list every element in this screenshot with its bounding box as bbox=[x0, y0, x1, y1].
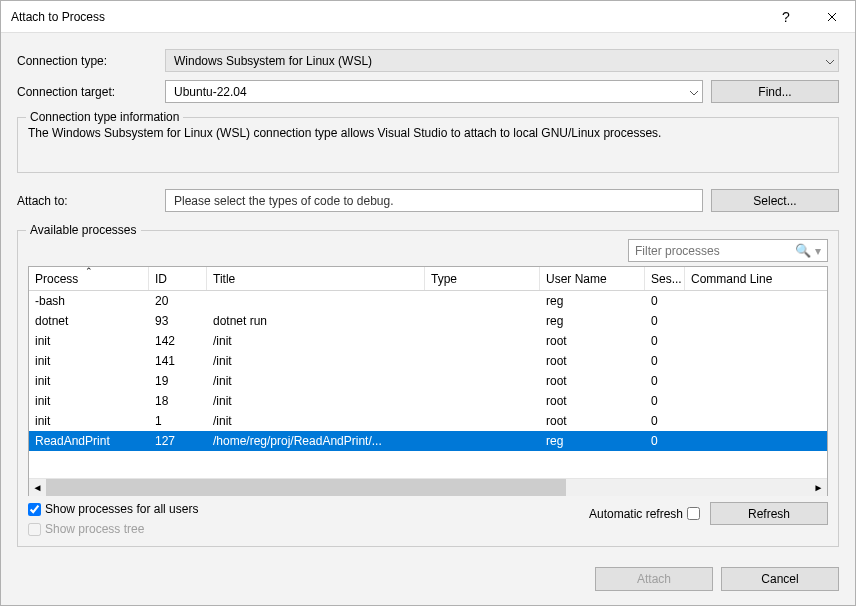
process-table: Process ⌃ ID Title Type User Name Ses...… bbox=[28, 266, 828, 496]
connection-type-combo[interactable]: Windows Subsystem for Linux (WSL) bbox=[165, 49, 839, 72]
connection-type-value: Windows Subsystem for Linux (WSL) bbox=[174, 54, 372, 68]
available-processes-legend: Available processes bbox=[26, 223, 141, 237]
table-row[interactable]: dotnet93dotnet runreg0 bbox=[29, 311, 827, 331]
table-cell: root bbox=[540, 412, 645, 430]
horizontal-scrollbar[interactable]: ◄ ► bbox=[29, 478, 827, 495]
table-row[interactable]: -bash20reg0 bbox=[29, 291, 827, 311]
table-cell: 0 bbox=[645, 292, 685, 310]
table-cell: dotnet bbox=[29, 312, 149, 330]
filter-processes-input[interactable] bbox=[635, 244, 791, 258]
available-processes-group: Available processes 🔍 ▾ Process ⌃ ID Tit… bbox=[17, 230, 839, 547]
table-cell: 127 bbox=[149, 432, 207, 450]
table-header: Process ⌃ ID Title Type User Name Ses...… bbox=[29, 267, 827, 291]
refresh-area: Automatic refresh Refresh bbox=[589, 502, 828, 525]
table-cell bbox=[685, 359, 827, 363]
table-cell: reg bbox=[540, 432, 645, 450]
table-cell bbox=[685, 319, 827, 323]
scroll-right-icon[interactable]: ► bbox=[810, 479, 827, 496]
table-cell: 1 bbox=[149, 412, 207, 430]
connection-info-group: Connection type information The Windows … bbox=[17, 117, 839, 173]
col-type[interactable]: Type bbox=[425, 267, 540, 290]
table-row[interactable]: ReadAndPrint127/home/reg/proj/ReadAndPri… bbox=[29, 431, 827, 451]
automatic-refresh-checkbox[interactable]: Automatic refresh bbox=[589, 507, 700, 521]
col-cmd[interactable]: Command Line bbox=[685, 267, 827, 290]
connection-info-legend: Connection type information bbox=[26, 110, 183, 124]
table-cell: reg bbox=[540, 292, 645, 310]
chevron-down-icon bbox=[690, 85, 698, 99]
table-cell: 0 bbox=[645, 432, 685, 450]
table-cell: dotnet run bbox=[207, 312, 425, 330]
table-cell: /init bbox=[207, 332, 425, 350]
select-button[interactable]: Select... bbox=[711, 189, 839, 212]
attach-to-row: Attach to: Please select the types of co… bbox=[17, 189, 839, 212]
table-body: -bash20reg0dotnet93dotnet runreg0init142… bbox=[29, 291, 827, 478]
connection-type-label: Connection type: bbox=[17, 54, 157, 68]
table-cell bbox=[425, 319, 540, 323]
table-cell bbox=[425, 379, 540, 383]
table-cell: 142 bbox=[149, 332, 207, 350]
help-button[interactable]: ? bbox=[763, 1, 809, 33]
sort-asc-icon: ⌃ bbox=[85, 266, 93, 276]
table-cell: 20 bbox=[149, 292, 207, 310]
attach-to-field: Please select the types of code to debug… bbox=[165, 189, 703, 212]
table-cell: 0 bbox=[645, 392, 685, 410]
table-cell bbox=[685, 399, 827, 403]
table-cell: /init bbox=[207, 352, 425, 370]
filter-row: 🔍 ▾ bbox=[28, 239, 828, 262]
table-cell: root bbox=[540, 332, 645, 350]
table-cell: 19 bbox=[149, 372, 207, 390]
table-cell bbox=[425, 399, 540, 403]
scroll-left-icon[interactable]: ◄ bbox=[29, 479, 46, 496]
filter-processes-input-wrap[interactable]: 🔍 ▾ bbox=[628, 239, 828, 262]
table-cell: /init bbox=[207, 392, 425, 410]
table-row[interactable]: init19/initroot0 bbox=[29, 371, 827, 391]
process-bottom-controls: Show processes for all users Show proces… bbox=[28, 502, 828, 536]
window-title: Attach to Process bbox=[1, 10, 763, 24]
col-id[interactable]: ID bbox=[149, 267, 207, 290]
dialog-body: Connection type: Windows Subsystem for L… bbox=[1, 33, 855, 557]
scroll-track[interactable] bbox=[46, 479, 810, 496]
table-cell: /home/reg/proj/ReadAndPrint/... bbox=[207, 432, 425, 450]
table-cell: /init bbox=[207, 412, 425, 430]
attach-to-value: Please select the types of code to debug… bbox=[174, 194, 393, 208]
col-title[interactable]: Title bbox=[207, 267, 425, 290]
table-cell: init bbox=[29, 372, 149, 390]
show-all-users-checkbox[interactable]: Show processes for all users bbox=[28, 502, 198, 516]
table-cell: reg bbox=[540, 312, 645, 330]
show-all-users-input[interactable] bbox=[28, 503, 41, 516]
table-cell: 0 bbox=[645, 332, 685, 350]
table-row[interactable]: init1/initroot0 bbox=[29, 411, 827, 431]
scroll-thumb[interactable] bbox=[46, 479, 566, 496]
close-button[interactable] bbox=[809, 1, 855, 33]
cancel-button[interactable]: Cancel bbox=[721, 567, 839, 591]
table-cell: init bbox=[29, 332, 149, 350]
col-sess[interactable]: Ses... bbox=[645, 267, 685, 290]
table-cell bbox=[425, 339, 540, 343]
show-process-tree-input[interactable] bbox=[28, 523, 41, 536]
refresh-button[interactable]: Refresh bbox=[710, 502, 828, 525]
attach-to-process-dialog: Attach to Process ? Connection type: Win… bbox=[0, 0, 856, 606]
table-cell bbox=[425, 439, 540, 443]
table-row[interactable]: init18/initroot0 bbox=[29, 391, 827, 411]
table-cell: root bbox=[540, 352, 645, 370]
connection-type-row: Connection type: Windows Subsystem for L… bbox=[17, 49, 839, 72]
automatic-refresh-input[interactable] bbox=[687, 507, 700, 520]
close-icon bbox=[827, 12, 837, 22]
table-cell bbox=[685, 299, 827, 303]
table-cell bbox=[685, 339, 827, 343]
table-cell: 0 bbox=[645, 312, 685, 330]
connection-target-combo[interactable]: Ubuntu-22.04 bbox=[165, 80, 703, 103]
table-cell: 141 bbox=[149, 352, 207, 370]
table-row[interactable]: init141/initroot0 bbox=[29, 351, 827, 371]
col-user[interactable]: User Name bbox=[540, 267, 645, 290]
find-button[interactable]: Find... bbox=[711, 80, 839, 103]
chevron-divider: ▾ bbox=[815, 244, 821, 258]
table-row[interactable]: init142/initroot0 bbox=[29, 331, 827, 351]
table-cell bbox=[425, 359, 540, 363]
chevron-down-icon bbox=[826, 54, 834, 68]
attach-button[interactable]: Attach bbox=[595, 567, 713, 591]
table-cell bbox=[425, 299, 540, 303]
col-process[interactable]: Process ⌃ bbox=[29, 267, 149, 290]
attach-to-label: Attach to: bbox=[17, 194, 157, 208]
show-process-tree-checkbox[interactable]: Show process tree bbox=[28, 522, 198, 536]
